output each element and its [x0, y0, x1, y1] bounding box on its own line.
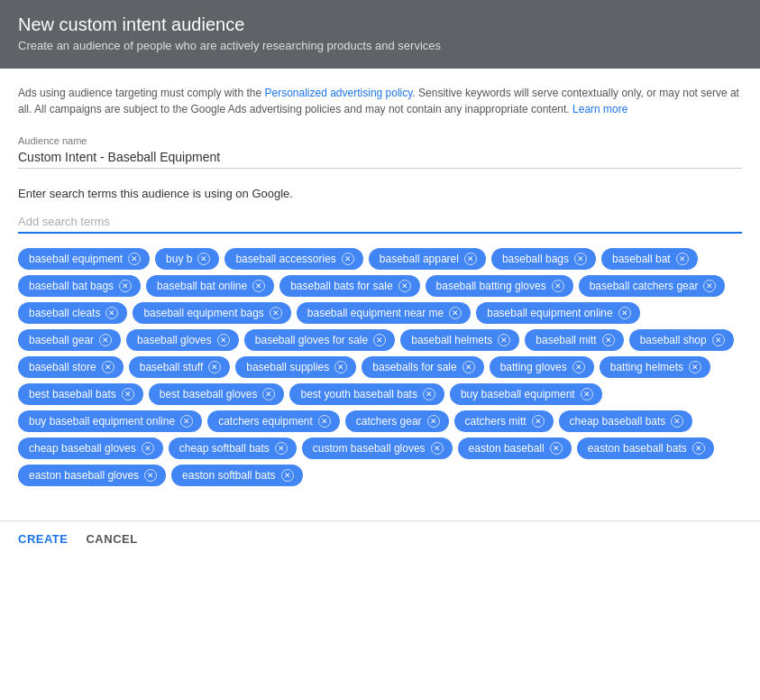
tag-label: buy b	[166, 253, 192, 265]
tag-close-button[interactable]: ✕	[602, 334, 615, 346]
tag-item: easton softball bats✕	[171, 465, 302, 486]
tag-item: baseball bats for sale✕	[279, 275, 419, 297]
tag-item: baseball shop✕	[629, 329, 734, 351]
tag-close-button[interactable]: ✕	[671, 415, 683, 428]
tag-item: baseball gear✕	[18, 329, 121, 351]
tag-item: cheap baseball gloves✕	[18, 438, 163, 459]
tag-close-button[interactable]: ✕	[142, 442, 154, 455]
policy-text-before: Ads using audience targeting must comply…	[18, 87, 264, 99]
learn-more-link[interactable]: Learn more	[572, 103, 627, 115]
tag-item: baseball equipment✕	[18, 248, 150, 270]
header-subtitle: Create an audience of people who are act…	[18, 39, 742, 52]
tag-item: cheap baseball bats✕	[559, 410, 693, 432]
search-input[interactable]	[18, 211, 742, 234]
audience-name-field: Audience name Custom Intent - Baseball E…	[18, 135, 742, 169]
tag-close-button[interactable]: ✕	[144, 469, 157, 482]
tag-item: buy baseball equipment✕	[450, 383, 602, 405]
tag-close-button[interactable]: ✕	[572, 361, 585, 373]
tag-label: custom baseball gloves	[313, 442, 426, 455]
tag-close-button[interactable]: ✕	[398, 280, 411, 292]
tag-label: baseball store	[29, 361, 96, 373]
tag-close-button[interactable]: ✕	[676, 253, 689, 265]
tag-item: baseball catchers gear✕	[579, 275, 726, 297]
tag-close-button[interactable]: ✕	[99, 334, 112, 346]
tag-item: catchers gear✕	[345, 410, 449, 432]
tag-label: baseball helmets	[411, 334, 492, 346]
tag-item: baseball stuff✕	[129, 356, 231, 378]
tag-close-button[interactable]: ✕	[703, 280, 716, 292]
tag-label: baseball stuff	[140, 361, 204, 373]
audience-name-label: Audience name	[18, 135, 742, 146]
tag-close-button[interactable]: ✕	[105, 307, 118, 319]
tag-label: baseball shop	[640, 334, 707, 346]
tag-label: baseball batting gloves	[436, 280, 546, 292]
personalized-advertising-policy-link[interactable]: Personalized advertising policy	[264, 87, 412, 99]
tag-item: best youth baseball bats✕	[289, 383, 444, 405]
tag-item: custom baseball gloves✕	[302, 438, 453, 459]
tag-close-button[interactable]: ✕	[262, 388, 275, 401]
tag-close-button[interactable]: ✕	[692, 442, 705, 455]
tag-label: baseball gear	[29, 334, 94, 346]
tag-item: baseball store✕	[18, 356, 124, 378]
search-section-label: Enter search terms this audience is usin…	[18, 187, 742, 200]
tag-close-button[interactable]: ✕	[270, 307, 282, 319]
footer: CREATE CANCEL	[0, 520, 760, 557]
tag-close-button[interactable]: ✕	[342, 253, 354, 265]
tag-label: easton baseball	[469, 442, 545, 455]
create-button[interactable]: CREATE	[18, 532, 68, 546]
tag-close-button[interactable]: ✕	[574, 253, 587, 265]
tag-close-button[interactable]: ✕	[197, 253, 210, 265]
tag-close-button[interactable]: ✕	[334, 361, 347, 373]
tag-close-button[interactable]: ✕	[122, 388, 134, 401]
tag-label: baseball equipment	[29, 253, 123, 265]
tag-close-button[interactable]: ✕	[581, 388, 593, 401]
tag-close-button[interactable]: ✕	[208, 361, 221, 373]
tag-close-button[interactable]: ✕	[275, 442, 288, 455]
tag-close-button[interactable]: ✕	[550, 442, 563, 455]
tag-item: best baseball bats✕	[18, 383, 143, 405]
tag-close-button[interactable]: ✕	[431, 442, 444, 455]
tag-close-button[interactable]: ✕	[427, 415, 440, 428]
tag-close-button[interactable]: ✕	[532, 415, 545, 428]
tag-item: baseball bat bags✕	[18, 275, 141, 297]
tag-label: easton baseball bats	[588, 442, 687, 455]
tag-label: buy baseball equipment online	[29, 415, 175, 428]
tag-item: baseball bat online✕	[146, 275, 274, 297]
tag-label: cheap baseball gloves	[29, 442, 136, 455]
tag-close-button[interactable]: ✕	[217, 334, 230, 346]
tag-item: batting gloves✕	[490, 356, 594, 378]
cancel-button[interactable]: CANCEL	[86, 532, 137, 546]
tag-label: baseball bags	[502, 253, 569, 265]
tag-item: baseball cleats✕	[18, 302, 127, 324]
tag-close-button[interactable]: ✕	[119, 280, 132, 292]
tag-item: easton baseball✕	[458, 438, 572, 459]
tag-label: batting helmets	[610, 361, 683, 373]
tag-close-button[interactable]: ✕	[423, 388, 435, 401]
tag-label: baseball bat	[612, 253, 671, 265]
tag-close-button[interactable]: ✕	[498, 334, 510, 346]
tag-item: baseball bags✕	[491, 248, 596, 270]
tag-close-button[interactable]: ✕	[180, 415, 193, 428]
tag-close-button[interactable]: ✕	[618, 307, 631, 319]
tag-label: cheap baseball bats	[570, 415, 666, 428]
tag-close-button[interactable]: ✕	[318, 415, 331, 428]
header: New custom intent audience Create an aud…	[0, 0, 760, 69]
tag-close-button[interactable]: ✕	[552, 280, 564, 292]
tag-close-button[interactable]: ✕	[464, 253, 477, 265]
tag-label: baseball mitt	[536, 334, 596, 346]
tag-item: easton baseball bats✕	[577, 438, 714, 459]
tag-close-button[interactable]: ✕	[462, 361, 475, 373]
tag-close-button[interactable]: ✕	[281, 469, 294, 482]
tag-label: buy baseball equipment	[461, 388, 575, 401]
tag-close-button[interactable]: ✕	[712, 334, 725, 346]
tag-close-button[interactable]: ✕	[373, 334, 386, 346]
tag-label: easton baseball gloves	[29, 469, 139, 482]
tag-close-button[interactable]: ✕	[128, 253, 141, 265]
tag-close-button[interactable]: ✕	[252, 280, 265, 292]
tag-close-button[interactable]: ✕	[449, 307, 462, 319]
tag-item: baseball equipment online✕	[476, 302, 639, 324]
tag-label: baseball bat bags	[29, 280, 114, 292]
tag-close-button[interactable]: ✕	[689, 361, 701, 373]
tag-label: baseballs for sale	[372, 361, 456, 373]
tag-close-button[interactable]: ✕	[102, 361, 114, 373]
